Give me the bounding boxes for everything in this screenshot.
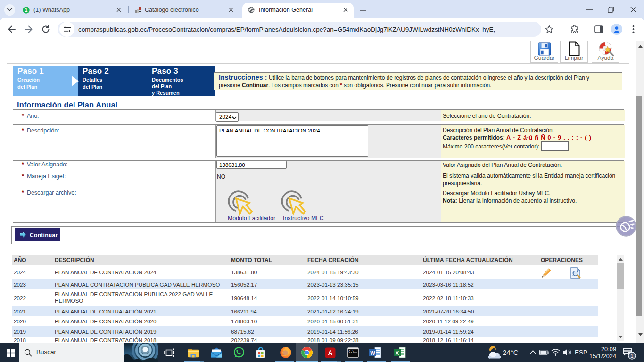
svg-text:X: X [396, 350, 399, 356]
svg-text:1: 1 [25, 8, 28, 13]
svg-text:W: W [370, 350, 375, 356]
svg-text:1: 1 [631, 353, 634, 359]
